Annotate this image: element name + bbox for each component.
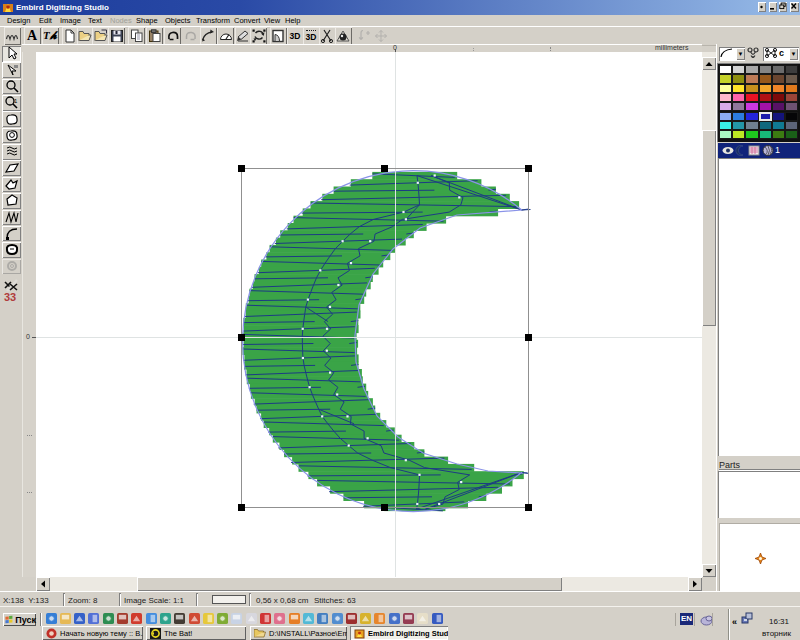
- svg-text:c: c: [779, 48, 784, 58]
- svg-text:1: 1: [14, 98, 18, 104]
